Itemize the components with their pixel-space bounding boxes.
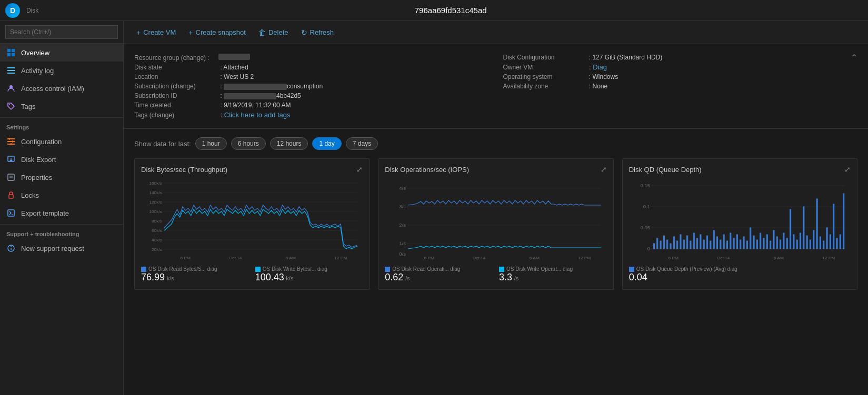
chart-throughput: Disk Bytes/sec (Throughput) ⤢: [134, 158, 370, 290]
time-btn-6hours[interactable]: 6 hours: [231, 137, 266, 150]
app-subtitle: Disk: [26, 7, 38, 14]
time-btn-1day[interactable]: 1 day: [312, 137, 341, 150]
availability-label: Availability zone: [503, 83, 587, 90]
svg-rect-71: [670, 244, 671, 249]
svg-text:3/s: 3/s: [400, 204, 406, 209]
config-icon: [6, 137, 16, 146]
write-ops-color-swatch: [499, 267, 504, 272]
svg-rect-92: [740, 240, 741, 249]
sidebar-item-configuration[interactable]: Configuration: [0, 133, 123, 150]
resource-group-row: Resource group (change) :: [134, 53, 482, 63]
availability-value: : None: [587, 83, 608, 90]
svg-rect-94: [746, 241, 747, 249]
svg-rect-67: [656, 238, 657, 249]
tags-add-link[interactable]: Click here to add tags: [224, 111, 291, 119]
write-color-swatch: [255, 267, 261, 272]
svg-rect-73: [676, 241, 677, 249]
location-row: Location : West US 2: [134, 72, 482, 82]
svg-rect-85: [716, 237, 717, 249]
create-snapshot-button[interactable]: + Create snapshot: [184, 26, 250, 39]
svg-rect-100: [766, 235, 767, 249]
svg-text:Oct 14: Oct 14: [229, 256, 242, 260]
svg-rect-93: [743, 237, 744, 249]
time-btn-7days[interactable]: 7 days: [346, 137, 378, 150]
subscription-id-row: Subscription ID : 4bb42d5: [134, 91, 482, 100]
sidebar-item-activity-log[interactable]: Activity log: [0, 62, 123, 79]
svg-rect-82: [706, 236, 707, 249]
svg-rect-107: [790, 209, 791, 249]
svg-rect-114: [813, 230, 814, 249]
tags-label: Tags (change): [134, 112, 218, 119]
svg-rect-108: [793, 235, 794, 249]
chart-iops-title: Disk Operations/sec (IOPS): [385, 166, 469, 174]
svg-text:6 AM: 6 AM: [530, 256, 540, 260]
svg-rect-3: [12, 53, 15, 56]
delete-button[interactable]: 🗑 Delete: [254, 26, 293, 39]
lock-icon: [6, 190, 16, 200]
sidebar-item-locks[interactable]: Locks: [0, 186, 123, 204]
sidebar-item-access-control[interactable]: Access control (IAM): [0, 79, 123, 97]
chart-throughput-pin[interactable]: ⤢: [356, 165, 363, 174]
create-vm-button[interactable]: + Create VM: [132, 26, 180, 39]
sidebar-item-disk-export[interactable]: Disk Export: [0, 150, 123, 168]
svg-text:6 PM: 6 PM: [668, 256, 679, 260]
svg-rect-87: [723, 235, 724, 249]
chart-legend-write: OS Disk Write Bytes/... diag 100.43 k/s: [255, 266, 363, 283]
sidebar-item-tags[interactable]: Tags: [0, 97, 123, 115]
chart-legend-read-label: OS Disk Read Bytes/S... diag: [141, 266, 249, 272]
svg-text:20k/s: 20k/s: [152, 247, 162, 252]
sidebar-item-properties[interactable]: Properties: [0, 168, 123, 186]
sidebar-item-label: Disk Export: [21, 156, 56, 164]
svg-rect-105: [783, 233, 784, 249]
chart-legend-read-ops: OS Disk Read Operati... diag 0.62 /s: [385, 266, 493, 283]
collapse-icon[interactable]: ⌃: [851, 53, 857, 63]
support-icon: [6, 244, 16, 253]
svg-point-8: [9, 104, 10, 105]
sidebar-item-export-template[interactable]: Export template: [0, 204, 123, 222]
svg-rect-116: [820, 237, 821, 249]
svg-rect-10: [7, 141, 15, 142]
template-icon: [6, 208, 16, 218]
snapshot-icon: +: [188, 28, 193, 37]
svg-text:6 PM: 6 PM: [180, 256, 191, 260]
svg-rect-70: [666, 240, 667, 249]
svg-text:12 PM: 12 PM: [334, 256, 347, 260]
svg-rect-2: [7, 53, 11, 56]
chart-legend-read: OS Disk Read Bytes/S... diag 76.99 k/s: [141, 266, 249, 283]
time-created-row: Time created : 9/19/2019, 11:32:00 AM: [134, 100, 482, 110]
sidebar-item-label: Properties: [21, 174, 52, 181]
svg-rect-88: [726, 241, 727, 249]
os-label: Operating system: [503, 73, 587, 80]
svg-rect-5: [7, 70, 15, 71]
svg-rect-101: [770, 241, 771, 249]
svg-rect-9: [7, 138, 15, 139]
chart-iops-pin[interactable]: ⤢: [601, 165, 607, 174]
svg-text:0.1: 0.1: [643, 204, 650, 209]
location-value: : West US 2: [218, 73, 254, 80]
chart-legend-read-value: 76.99 k/s: [141, 272, 249, 283]
svg-rect-113: [810, 240, 811, 249]
grid-icon: [6, 48, 16, 57]
plus-icon: +: [136, 28, 141, 37]
resource-group-value: [218, 54, 250, 60]
main-content: + Create VM + Create snapshot 🗑 Delete ↻…: [124, 21, 868, 395]
sidebar-item-support[interactable]: New support request: [0, 239, 123, 257]
time-btn-12hours[interactable]: 12 hours: [270, 137, 308, 150]
resource-title: 796aa69fd531c45ad: [38, 6, 863, 15]
os-row: Operating system : Windows: [503, 72, 851, 82]
svg-rect-80: [700, 235, 701, 249]
sidebar-item-overview[interactable]: Overview: [0, 44, 123, 62]
queue-color-swatch: [629, 267, 634, 272]
svg-rect-14: [11, 143, 12, 145]
refresh-button[interactable]: ↻ Refresh: [297, 26, 338, 39]
owner-vm-link[interactable]: Diag: [593, 63, 607, 71]
chart-queue-footer: OS Disk Queue Depth (Preview) (Avg) diag…: [629, 266, 851, 283]
svg-rect-98: [760, 233, 761, 249]
person-icon: [6, 84, 16, 93]
search-input[interactable]: [5, 25, 118, 39]
svg-rect-97: [756, 240, 757, 249]
svg-rect-112: [806, 236, 807, 249]
time-btn-1hour[interactable]: 1 hour: [195, 137, 227, 150]
chart-queue-depth: Disk QD (Queue Depth) ⤢ 0.15 0.1: [622, 158, 857, 290]
chart-queue-pin[interactable]: ⤢: [844, 165, 851, 174]
